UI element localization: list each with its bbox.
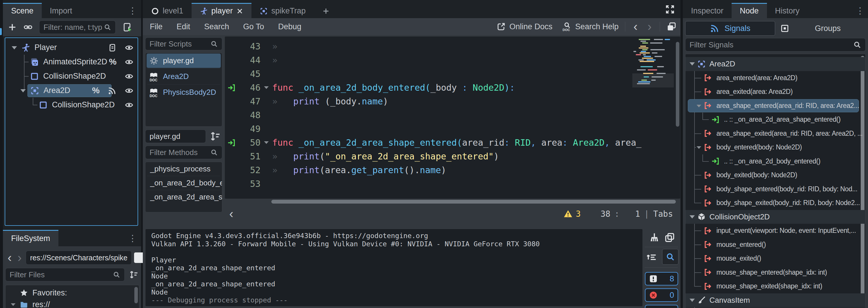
code-line-45[interactable]: 45 (225, 67, 680, 81)
fs-item-res[interactable]: res:// (5, 299, 139, 308)
scene-node-area2d[interactable]: Area2D% (5, 83, 137, 98)
script-item-PhysicsBody2D[interactable]: DOCPhysicsBody2D (147, 85, 221, 100)
code-line-49[interactable]: 49 (225, 122, 680, 136)
collapse-caret-icon[interactable] (21, 89, 26, 92)
code-line-51[interactable]: 51»print("_on_area_2d_area_shape_entered… (225, 149, 680, 163)
fs-path-input[interactable]: res://Scenes/Characters/spike (26, 251, 132, 265)
instance-scene-icon[interactable] (23, 23, 33, 32)
node-dock-menu-icon[interactable]: ⋮ (856, 6, 865, 15)
signal-class-canvasitem[interactable]: CanvasItem (685, 293, 865, 307)
script-item-player.gd[interactable]: player.gd (147, 54, 221, 68)
signal-item[interactable]: area_shape_exited(area_rid: RID, area: A… (685, 127, 865, 141)
signal-item[interactable]: mouse_shape_exited(shape_idx: int) (685, 279, 865, 293)
tab-import[interactable]: Import (42, 3, 81, 18)
scene-tabs-menu-icon[interactable]: ⋮ (128, 6, 137, 15)
menu-search[interactable]: Search (197, 22, 236, 31)
collapse-caret-icon[interactable] (264, 86, 269, 89)
scene-node-collisionshape2d[interactable]: CollisionShape2D (5, 98, 137, 112)
tab-player[interactable]: player (192, 3, 252, 18)
message-count-badge[interactable]: 8 (645, 272, 678, 285)
code-line-46[interactable]: 46func _on_area_2d_body_entered(_body : … (225, 81, 680, 94)
signal-item[interactable]: mouse_exited() (685, 252, 865, 265)
new-tab-button[interactable] (314, 3, 338, 18)
signal-item[interactable]: mouse_shape_entered(shape_idx: int) (685, 265, 865, 280)
signal-item[interactable]: area_exited(area: Area2D) (685, 85, 865, 99)
unique-name-icon[interactable]: % (92, 86, 100, 95)
fs-sort-icon[interactable] (128, 270, 139, 280)
clear-output-icon[interactable] (649, 232, 659, 243)
signal-item[interactable]: body_shape_entered(body_rid: RID, body: … (685, 182, 865, 196)
visibility-icon[interactable] (125, 86, 133, 95)
tab-groups[interactable]: Groups (815, 24, 841, 33)
connected-method[interactable]: .. :: _on_area_2d_body_entered() (685, 155, 865, 168)
distraction-free-icon[interactable] (665, 4, 675, 15)
code-line-44[interactable]: 44» (225, 53, 680, 67)
filter-signals-input[interactable]: Filter Signals (685, 38, 866, 52)
visibility-icon[interactable] (125, 72, 133, 81)
error-count-badge[interactable]: 0 (645, 288, 678, 302)
warning-count-badge[interactable] (645, 305, 678, 308)
filter-scripts-input[interactable]: Filter Scripts (145, 37, 222, 50)
method-item[interactable]: _on_area_2d_area_sh... (146, 190, 222, 204)
tab-scene[interactable]: Scene (3, 3, 42, 18)
make-floating-icon[interactable] (666, 22, 676, 32)
code-line-43[interactable]: 43» (225, 39, 680, 53)
collapse-caret-icon[interactable] (11, 303, 16, 306)
tab-spikeTrap[interactable]: spikeTrap (251, 3, 314, 18)
code-line-50[interactable]: 50func _on_area_2d_area_shape_entered(ar… (225, 136, 680, 149)
signal-item[interactable]: body_exited(body: Node2D) (685, 168, 865, 182)
visibility-icon[interactable] (125, 43, 133, 52)
history-forward-icon[interactable]: › (646, 21, 653, 33)
collapse-caret-icon[interactable] (12, 46, 17, 50)
signal-item[interactable]: input_event(viewport: Node, event: Input… (685, 224, 865, 238)
scene-node-collisionshape2d[interactable]: CollisionShape2D (5, 69, 137, 83)
warnings-indicator[interactable]: 3 (563, 209, 581, 219)
fs-forward-icon[interactable]: › (16, 252, 23, 264)
tab-node[interactable]: Node (732, 3, 767, 18)
scripts-panel-collapse-icon[interactable]: ‹ (227, 208, 235, 220)
tab-filesystem[interactable]: FileSystem (3, 230, 58, 246)
connected-method[interactable]: .. :: _on_area_2d_area_shape_entered() (685, 113, 865, 127)
copy-output-icon[interactable] (664, 232, 675, 243)
attach-script-icon[interactable] (122, 22, 132, 32)
method-item[interactable]: _physics_process (146, 162, 222, 176)
collapse-caret-icon[interactable] (689, 62, 695, 65)
signal-item[interactable]: area_shape_entered(area_rid: RID, area: … (685, 99, 865, 113)
code-hscrollbar[interactable] (225, 199, 681, 204)
signal-item[interactable]: area_entered(area: Area2D) (685, 71, 865, 85)
methods-sort-icon[interactable] (209, 130, 221, 142)
signal-item[interactable]: body_entered(body: Node2D) (685, 140, 865, 155)
code-line-53[interactable]: 53 (225, 177, 680, 191)
collapse-output-icon[interactable] (646, 252, 657, 262)
visibility-icon[interactable] (125, 101, 133, 109)
groups-icon[interactable] (780, 24, 789, 33)
fs-back-icon[interactable]: ‹ (6, 252, 13, 264)
menu-file[interactable]: File (143, 22, 170, 31)
fs-filter-input[interactable]: Filter Files (5, 268, 125, 281)
search-output-button[interactable] (662, 249, 678, 265)
code-line-48[interactable]: 48 (225, 108, 680, 122)
add-node-icon[interactable] (8, 23, 17, 32)
action-online-docs[interactable]: Online Docs (496, 22, 552, 31)
method-item[interactable]: _on_area_2d_body_e... (146, 176, 222, 190)
signal-item[interactable]: mouse_entered() (685, 238, 865, 252)
collapse-caret-icon[interactable] (696, 105, 701, 107)
signal-item[interactable]: body_shape_exited(body_rid: RID, body: N… (685, 196, 865, 210)
tab-signals[interactable]: Signals (685, 21, 775, 36)
current-script-dropdown[interactable]: player.gd (145, 130, 206, 143)
signal-class-area2d[interactable]: Area2D (685, 57, 865, 71)
code-line-52[interactable]: 52»print(area.get_parent().name) (225, 163, 680, 177)
code-line-47[interactable]: 47»print (_body.name) (225, 94, 680, 108)
scene-node-animatedsprite2d[interactable]: AnimatedSprite2D% (5, 55, 137, 69)
filter-methods-input[interactable]: Filter Methods (145, 146, 222, 159)
script-item-Area2D[interactable]: DOCArea2D (147, 69, 221, 84)
collapse-caret-icon[interactable] (689, 215, 695, 219)
tab-history[interactable]: History (767, 3, 808, 18)
close-icon[interactable] (236, 8, 243, 15)
tab-inspector[interactable]: Inspector (683, 3, 732, 18)
fs-item-favorites[interactable]: Favorites: (5, 287, 139, 299)
code-vscrollbar[interactable] (676, 38, 680, 197)
code-editor[interactable]: 43»44»4546func _on_area_2d_body_entered(… (225, 36, 681, 199)
tab-level1[interactable]: level1 (143, 3, 192, 18)
signal-connection-icon[interactable] (108, 86, 117, 95)
